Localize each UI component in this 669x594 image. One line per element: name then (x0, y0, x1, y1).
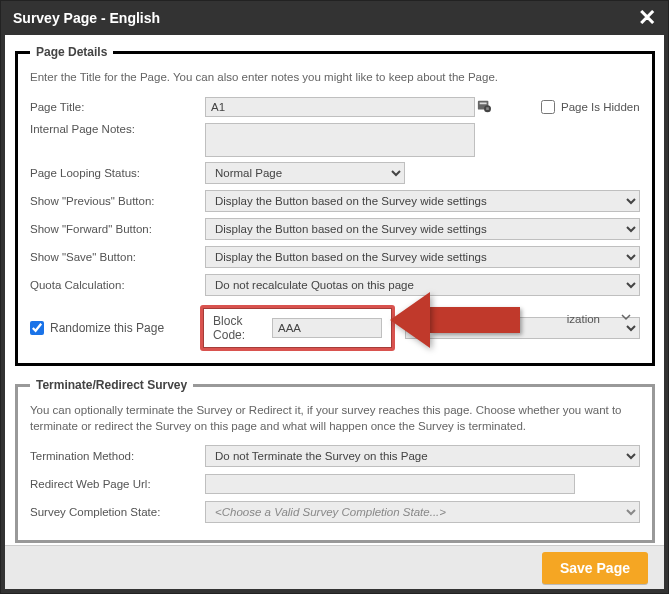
completion-state-label: Survey Completion State: (30, 506, 205, 518)
page-title-label: Page Title: (30, 101, 205, 113)
internal-notes-input[interactable] (205, 123, 475, 157)
randomize-page-checkbox[interactable] (30, 321, 44, 335)
page-is-hidden-label: Page Is Hidden (561, 101, 640, 113)
randomize-page-label: Randomize this Page (50, 321, 164, 335)
page-details-group: Page Details Enter the Title for the Pag… (15, 45, 655, 366)
completion-state-select[interactable]: <Choose a Valid Survey Completion State.… (205, 501, 640, 523)
dialog-window: Survey Page - English ✕ Page Details Ent… (0, 0, 669, 594)
block-code-input[interactable] (272, 318, 382, 338)
svg-rect-1 (480, 102, 487, 104)
page-details-legend: Page Details (30, 45, 113, 59)
page-is-hidden-checkbox[interactable] (541, 100, 555, 114)
randomize-mode-suffix: ization (567, 313, 600, 325)
window-title: Survey Page - English (13, 10, 160, 26)
close-icon[interactable]: ✕ (638, 5, 656, 31)
show-forward-label: Show "Forward" Button: (30, 223, 205, 235)
save-page-button[interactable]: Save Page (542, 552, 648, 584)
terminate-redirect-group: Terminate/Redirect Survey You can option… (15, 378, 655, 543)
show-save-label: Show "Save" Button: (30, 251, 205, 263)
redirect-url-input[interactable] (205, 474, 575, 494)
svg-rect-3 (486, 107, 489, 110)
redirect-url-label: Redirect Web Page Url: (30, 478, 205, 490)
quota-calc-label: Quota Calculation: (30, 279, 205, 291)
randomize-mode-select[interactable]: Do (405, 317, 640, 339)
titlebar: Survey Page - English ✕ (1, 1, 668, 35)
terminate-legend: Terminate/Redirect Survey (30, 378, 193, 392)
quota-calc-select[interactable]: Do not recalculate Quotas on this page (205, 274, 640, 296)
show-save-select[interactable]: Display the Button based on the Survey w… (205, 246, 640, 268)
show-previous-label: Show "Previous" Button: (30, 195, 205, 207)
internal-notes-label: Internal Page Notes: (30, 123, 205, 135)
terminate-description: You can optionally terminate the Survey … (30, 402, 640, 434)
termination-method-select[interactable]: Do not Terminate the Survey on this Page (205, 445, 640, 467)
dialog-footer: Save Page (5, 545, 664, 589)
translate-lock-icon[interactable] (477, 99, 491, 116)
block-code-label: Block Code: (213, 314, 262, 342)
page-title-input[interactable] (205, 97, 475, 117)
dialog-content: Page Details Enter the Title for the Pag… (5, 35, 664, 589)
termination-method-label: Termination Method: (30, 450, 205, 462)
page-details-description: Enter the Title for the Page. You can al… (30, 69, 640, 85)
looping-status-select[interactable]: Normal Page (205, 162, 405, 184)
looping-status-label: Page Looping Status: (30, 167, 205, 179)
block-code-group: Block Code: (200, 305, 395, 351)
show-previous-select[interactable]: Display the Button based on the Survey w… (205, 190, 640, 212)
chevron-down-icon[interactable] (620, 311, 632, 326)
show-forward-select[interactable]: Display the Button based on the Survey w… (205, 218, 640, 240)
